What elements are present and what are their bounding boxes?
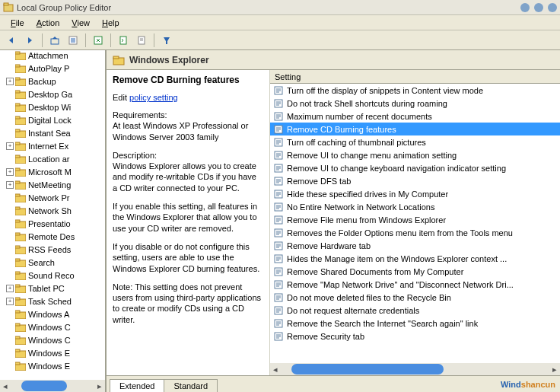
maximize-button[interactable] — [534, 3, 543, 12]
setting-item[interactable]: Turn off the display of snippets in Cont… — [270, 84, 560, 97]
setting-item[interactable]: No Entire Network in Network Locations — [270, 200, 560, 213]
tree-item[interactable]: +Internet Ex — [0, 139, 107, 152]
setting-item[interactable]: Remove UI to change keyboard navigation … — [270, 161, 560, 174]
setting-item[interactable]: Remove "Map Network Drive" and "Disconne… — [270, 278, 560, 291]
folder-icon — [113, 55, 125, 65]
setting-item[interactable]: Remove UI to change menu animation setti… — [270, 148, 560, 161]
tree-item[interactable]: Desktop Ga — [0, 88, 107, 100]
expander-icon[interactable]: + — [6, 142, 14, 150]
setting-item[interactable]: Hides the Manage item on the Windows Exp… — [270, 252, 560, 265]
svg-rect-45 — [15, 246, 20, 248]
expander-icon[interactable]: + — [6, 78, 14, 85]
menu-action[interactable]: Action — [30, 17, 66, 29]
tree-hscrollbar[interactable]: ◂▸ — [0, 380, 105, 392]
tree-item[interactable]: Digital Lock — [0, 113, 107, 126]
column-header-setting[interactable]: Setting — [270, 70, 560, 84]
setting-item[interactable]: Maximum number of recent documents — [270, 110, 560, 123]
setting-item[interactable]: Removes the Folder Options menu item fro… — [270, 226, 560, 239]
setting-item[interactable]: Remove the Search the Internet "Search a… — [270, 317, 560, 330]
tree-item[interactable]: +Backup — [0, 75, 107, 88]
menu-file[interactable]: File — [5, 17, 30, 29]
setting-icon — [273, 318, 284, 329]
folder-icon — [15, 284, 26, 293]
tree-item[interactable]: Location ar — [0, 152, 107, 165]
svg-rect-53 — [15, 298, 20, 300]
up-button[interactable] — [46, 32, 63, 49]
svg-rect-51 — [15, 285, 20, 287]
setting-icon — [273, 331, 284, 342]
setting-item[interactable]: Remove DFS tab — [270, 174, 560, 187]
tree-item-label: Search — [28, 258, 55, 267]
setting-icon — [273, 241, 284, 251]
tree-item[interactable]: Windows C — [0, 333, 107, 346]
setting-icon — [273, 266, 284, 277]
setting-item[interactable]: Do not move deleted files to the Recycle… — [270, 291, 560, 304]
tree-item[interactable]: Desktop Wi — [0, 100, 107, 113]
setting-item[interactable]: Do not request alternate credentials — [270, 304, 560, 317]
svg-rect-43 — [15, 233, 20, 235]
tree-item[interactable]: Windows A — [0, 308, 107, 320]
description-label: Description: — [113, 150, 263, 161]
menu-help[interactable]: Help — [96, 17, 126, 29]
minimize-button[interactable] — [520, 3, 530, 12]
tree-item[interactable]: +Tablet PC — [0, 282, 107, 295]
setting-item[interactable]: Hide these specified drives in My Comput… — [270, 187, 560, 200]
tab-standard[interactable]: Standard — [164, 379, 218, 392]
folder-icon — [15, 271, 26, 280]
tree-item[interactable]: Instant Sea — [0, 126, 107, 139]
tree-item[interactable]: RSS Feeds — [0, 243, 107, 256]
tree-item[interactable]: Remote Des — [0, 230, 107, 243]
tree-item-label: Presentatio — [28, 219, 71, 228]
tree-item[interactable]: +NetMeeting — [0, 178, 107, 191]
edit-policy-link[interactable]: policy setting — [129, 93, 178, 102]
tree-item-label: Windows A — [28, 310, 69, 319]
tree-item[interactable]: Search — [0, 256, 107, 269]
setting-item[interactable]: Remove CD Burning features — [270, 123, 560, 135]
description-pane: Remove CD Burning features Edit policy s… — [107, 70, 270, 375]
tree-item[interactable]: +Task Sched — [0, 295, 107, 308]
tree-item-label: Sound Reco — [28, 271, 75, 280]
back-button[interactable] — [3, 32, 20, 49]
tab-extended[interactable]: Extended — [110, 379, 164, 392]
expander-icon[interactable]: + — [6, 181, 14, 189]
setting-icon — [273, 163, 284, 174]
export-button[interactable] — [133, 32, 150, 49]
filter-button[interactable] — [158, 32, 175, 49]
menu-view[interactable]: View — [65, 17, 96, 29]
svg-rect-63 — [15, 362, 20, 365]
list-hscrollbar[interactable]: ◂▸ — [270, 363, 560, 375]
svg-rect-31 — [15, 155, 20, 158]
forward-button[interactable] — [21, 32, 38, 49]
tree-item[interactable]: AutoPlay P — [0, 62, 107, 75]
setting-label: Remove Hardware tab — [287, 241, 371, 250]
tree-item[interactable]: Windows E — [0, 346, 107, 359]
folder-icon — [15, 232, 26, 241]
tree-item[interactable]: Attachmen — [0, 50, 107, 62]
tree-item[interactable]: +Microsoft M — [0, 165, 107, 178]
svg-rect-39 — [15, 207, 20, 209]
tree-item[interactable]: Sound Reco — [0, 269, 107, 282]
setting-item[interactable]: Remove File menu from Windows Explorer — [270, 213, 560, 226]
close-button[interactable] — [548, 3, 557, 12]
expander-icon[interactable]: + — [6, 168, 14, 176]
tree-item[interactable]: Presentatio — [0, 217, 107, 230]
setting-item[interactable]: Remove Hardware tab — [270, 239, 560, 252]
setting-icon — [273, 228, 284, 238]
tree-item[interactable]: Network Sh — [0, 204, 107, 217]
tree-item-label: RSS Feeds — [28, 245, 71, 254]
folder-icon — [15, 129, 26, 138]
setting-item[interactable]: Remove Shared Documents from My Computer — [270, 265, 560, 278]
setting-item[interactable]: Turn off caching of thumbnail pictures — [270, 135, 560, 148]
setting-item[interactable]: Do not track Shell shortcuts during roam… — [270, 97, 560, 110]
svg-rect-33 — [15, 168, 20, 171]
setting-item[interactable]: Remove Security tab — [270, 330, 560, 343]
setting-label: Remove "Map Network Drive" and "Disconne… — [287, 280, 514, 289]
expander-icon[interactable]: + — [6, 298, 14, 305]
properties-button[interactable] — [90, 32, 107, 49]
tree-item[interactable]: Windows C — [0, 320, 107, 333]
show-tree-button[interactable] — [65, 32, 81, 49]
expander-icon[interactable]: + — [6, 285, 14, 292]
tree-item[interactable]: Windows E — [0, 359, 107, 372]
refresh-button[interactable] — [115, 32, 132, 49]
tree-item[interactable]: Network Pr — [0, 191, 107, 204]
